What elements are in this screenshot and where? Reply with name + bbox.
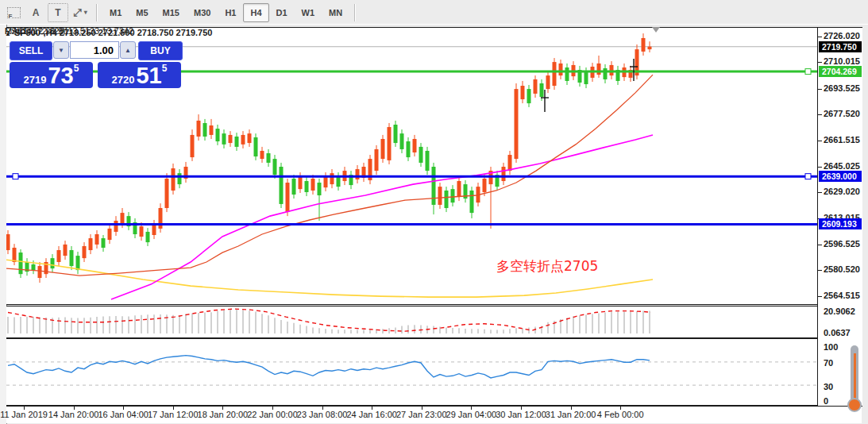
timeframe-button-M15[interactable]: M15 — [156, 3, 187, 22]
candle-body — [311, 179, 315, 191]
timeframe-button-D1[interactable]: D1 — [269, 3, 295, 22]
price-axis-tick — [818, 114, 822, 115]
candle-body — [57, 250, 61, 262]
shapes-button[interactable]: ⤢ ▾ — [70, 3, 91, 22]
indicator-axis-label: 30 — [824, 382, 833, 391]
indicator-window-icon[interactable]: F — [3, 3, 24, 22]
candle-body — [413, 139, 417, 152]
candle-body — [191, 135, 195, 157]
price-axis-label: 2580.520 — [824, 264, 860, 274]
candle-body — [432, 167, 436, 205]
candle-body — [394, 125, 398, 143]
thermometer-icon — [845, 345, 866, 423]
hline-handle[interactable] — [805, 69, 811, 75]
price-axis-label: 2726.020 — [824, 31, 860, 40]
thermometer-bulb — [847, 398, 862, 412]
date-axis-label: 4 Feb 00:00 — [597, 410, 644, 419]
chart-window: 11 Jan 201914 Jan 20:0016 Jan 04:0017 Ja… — [0, 25, 868, 424]
timeframe-button-M5[interactable]: M5 — [129, 3, 155, 22]
candle-body — [222, 133, 226, 145]
candle-body — [210, 125, 214, 135]
collapse-arrow-icon[interactable]: ▲ — [5, 30, 11, 37]
volume-increase-button[interactable]: ▲ — [120, 41, 136, 59]
buy-price-sup: 5 — [162, 63, 168, 74]
candle-body — [305, 181, 309, 192]
candle-body — [584, 71, 588, 84]
timeframe-button-W1[interactable]: W1 — [295, 3, 322, 22]
price-axis-tick — [818, 89, 822, 90]
indicator-axis-label: 0.0637 — [824, 328, 851, 337]
timeframe-button-H1[interactable]: H1 — [218, 3, 243, 22]
indicator-axis-label: 0 — [824, 396, 828, 406]
price-axis-label: 2564.515 — [824, 291, 860, 300]
timeframe-button-M30[interactable]: M30 — [187, 3, 218, 22]
timeframe-button-M1[interactable]: M1 — [102, 3, 129, 22]
candle-body — [6, 234, 10, 250]
rsi-panel[interactable] — [6, 338, 817, 406]
buy-price-box[interactable]: 2720 51 5 — [98, 62, 181, 88]
candle-body — [203, 123, 207, 137]
candle-body — [356, 169, 360, 179]
hline-handle[interactable] — [805, 174, 811, 179]
candle-body — [400, 133, 404, 149]
sell-price-box[interactable]: 2719 73 5 — [10, 62, 93, 88]
candle-body — [76, 256, 80, 270]
candle-body — [89, 238, 93, 250]
candle-body — [559, 64, 563, 75]
price-tag: 2639.000 — [819, 171, 862, 182]
candle-body — [140, 226, 144, 237]
price-axis-tick — [818, 245, 822, 245]
candle-body — [38, 266, 42, 278]
price-axis-label: 2710.015 — [824, 56, 860, 66]
marker-arrow-icon — [652, 27, 660, 33]
candle-body — [483, 179, 487, 192]
toolbar-separator — [354, 4, 356, 21]
candle-body — [121, 213, 125, 224]
indicator-axis-label: 20.9062 — [824, 306, 855, 316]
chart-title: ▲SP500-,H4 2719.250 2721.500 2718.750 27… — [5, 28, 212, 37]
price-axis-tick — [818, 37, 822, 37]
candle-body — [318, 183, 322, 195]
shapes-icon: ⤢ — [73, 6, 81, 19]
candle-body — [610, 65, 614, 75]
hline-handle[interactable] — [13, 174, 18, 179]
text-label-button[interactable]: A — [25, 3, 46, 22]
candle-body — [546, 75, 550, 89]
timeframe-button-H4[interactable]: H4 — [243, 3, 268, 22]
date-axis-label: 14 Jan 20:00 — [48, 410, 99, 419]
indicator-axis-label: 70 — [824, 358, 833, 368]
sell-button[interactable]: SELL — [10, 41, 52, 60]
timeframe-bar: M1M5M15M30H1H4D1W1MN — [102, 3, 349, 22]
candle-body — [515, 89, 519, 159]
price-axis-tick — [818, 62, 822, 63]
date-axis-label: 23 Jan 08:00 — [297, 410, 348, 419]
candle-body — [178, 173, 182, 184]
candle-body — [527, 89, 531, 103]
sell-price-sup: 5 — [74, 63, 79, 74]
buy-price-big: 51 — [136, 65, 161, 87]
candle-body — [254, 137, 258, 156]
mt4-window: F A T ⤢ ▾ M1M5M15M30H1H4D1W1MN 11 Jan 20… — [0, 0, 868, 424]
candle-body — [457, 181, 461, 197]
candle-body — [19, 252, 23, 274]
volume-decrease-button[interactable]: ▼ — [53, 41, 69, 59]
date-axis-label: 27 Jan 23:00 — [396, 410, 447, 419]
volume-input[interactable] — [70, 41, 119, 59]
sell-price-big: 73 — [48, 65, 73, 87]
candle-body — [407, 141, 411, 157]
timeframe-button-MN[interactable]: MN — [322, 3, 349, 22]
candle-body — [445, 191, 449, 208]
candle-body — [553, 62, 557, 86]
candle-body — [64, 245, 68, 256]
candle-body — [273, 159, 277, 175]
candle-body — [324, 176, 328, 187]
candle-body — [438, 187, 442, 205]
text-box-button[interactable]: T — [48, 3, 68, 22]
candle-body — [51, 258, 55, 268]
rsi-canvas — [6, 339, 817, 405]
buy-button[interactable]: BUY — [138, 41, 183, 60]
macd-panel[interactable] — [6, 306, 817, 338]
price-axis-label: 2693.525 — [824, 83, 860, 93]
price-axis-label: 2661.515 — [824, 135, 860, 145]
toolbar-separator — [96, 4, 98, 21]
